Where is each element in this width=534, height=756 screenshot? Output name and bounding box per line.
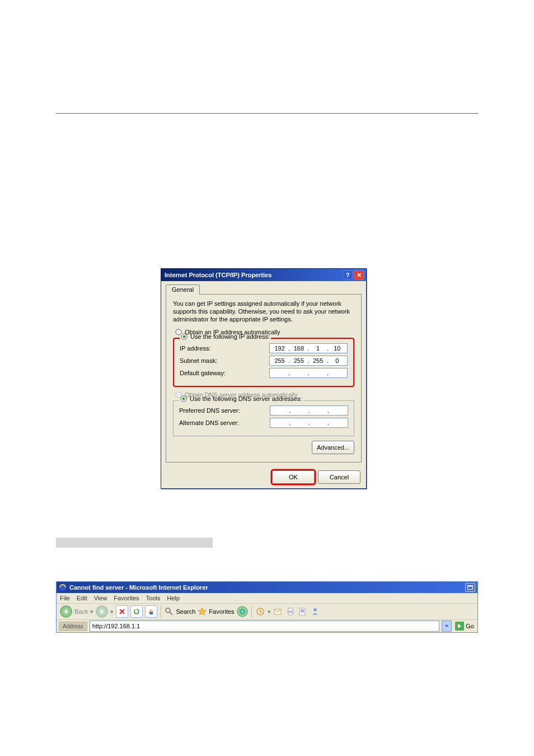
group-use-following-ip: Use the following IP address: IP address… xyxy=(173,338,354,387)
close-icon: ✕ xyxy=(357,272,362,279)
tab-panel-general: You can get IP settings assigned automat… xyxy=(166,294,362,463)
radio-selected-icon xyxy=(180,395,187,402)
home-button[interactable] xyxy=(145,605,157,618)
arrow-left-icon xyxy=(63,609,69,614)
dialog-titlebar: Internet Protocol (TCP/IP) Properties ? … xyxy=(161,269,366,281)
dialog-button-row: OK Cancel xyxy=(161,467,366,488)
edit-icon[interactable] xyxy=(298,606,308,617)
go-button[interactable]: Go xyxy=(454,622,475,631)
ip-octet: 255 xyxy=(273,357,287,364)
dropdown-arrow-icon: ▾ xyxy=(268,608,271,615)
section-divider xyxy=(56,113,478,114)
maximize-button[interactable] xyxy=(465,583,475,592)
dialog-title: Internet Protocol (TCP/IP) Properties xyxy=(165,272,341,278)
print-icon[interactable] xyxy=(285,606,296,617)
ip-octet: 168 xyxy=(292,345,306,352)
svg-rect-8 xyxy=(468,586,473,587)
question-icon: ? xyxy=(346,272,350,278)
ie-toolbar: Back ▾ ▾ Search Favorites xyxy=(57,603,477,619)
menu-file[interactable]: File xyxy=(60,595,70,601)
ip-octet: 1 xyxy=(311,345,325,352)
search-button[interactable]: Search xyxy=(176,608,195,615)
svg-rect-16 xyxy=(288,613,293,615)
address-input[interactable]: http://192.168.1.1 xyxy=(90,620,440,632)
back-button[interactable] xyxy=(60,605,72,618)
address-value: http://192.168.1.1 xyxy=(92,623,140,629)
stop-icon xyxy=(119,608,125,615)
svg-point-2 xyxy=(183,335,186,338)
svg-rect-15 xyxy=(288,608,293,611)
favorites-star-icon xyxy=(198,607,207,616)
menu-view[interactable]: View xyxy=(94,595,107,601)
alternate-dns-input[interactable]: . . . xyxy=(270,418,348,428)
default-gateway-input[interactable]: . . . xyxy=(269,368,348,378)
menu-favorites[interactable]: Favorites xyxy=(114,595,139,601)
preferred-dns-input[interactable]: . . . xyxy=(270,405,348,416)
search-icon xyxy=(165,607,174,616)
ip-octet: 0 xyxy=(330,357,344,364)
alternate-dns-label: Alternate DNS server: xyxy=(179,419,270,426)
stop-button[interactable] xyxy=(116,605,128,618)
media-button[interactable] xyxy=(237,606,248,617)
svg-point-9 xyxy=(166,608,170,613)
ip-address-label: IP address: xyxy=(180,345,269,352)
dropdown-arrow-icon: ▾ xyxy=(110,608,114,615)
ip-octet: 192 xyxy=(273,345,287,352)
ok-button[interactable]: OK xyxy=(272,470,315,484)
ie-window: Cannot find server - Microsoft Internet … xyxy=(56,581,478,633)
tab-strip: General xyxy=(166,284,362,295)
svg-rect-17 xyxy=(299,608,305,615)
subnet-mask-label: Subnet mask: xyxy=(180,357,269,364)
cancel-button[interactable]: Cancel xyxy=(318,470,360,484)
history-icon[interactable] xyxy=(255,606,265,617)
arrow-right-icon xyxy=(99,609,105,614)
placeholder-bar xyxy=(56,538,213,548)
menu-tools[interactable]: Tools xyxy=(146,595,161,601)
tcpip-properties-dialog: Internet Protocol (TCP/IP) Properties ? … xyxy=(161,268,367,489)
description-text: You can get IP settings assigned automat… xyxy=(173,300,354,323)
dropdown-arrow-icon: ▾ xyxy=(90,608,93,615)
default-gateway-label: Default gateway: xyxy=(180,370,269,376)
mail-icon[interactable] xyxy=(273,606,283,617)
ip-octet: 255 xyxy=(292,357,306,364)
menu-help[interactable]: Help xyxy=(167,595,180,601)
refresh-icon xyxy=(133,608,140,615)
svg-point-11 xyxy=(241,611,243,613)
radio-use-following-ip[interactable]: Use the following IP address: xyxy=(180,333,271,340)
radio-label: Use the following IP address: xyxy=(190,333,270,340)
advanced-button[interactable]: Advanced... xyxy=(312,441,354,454)
radio-label: Use the following DNS server addresses: xyxy=(190,395,302,402)
chevron-down-icon xyxy=(444,624,449,628)
tab-general[interactable]: General xyxy=(166,284,200,295)
back-label: Back xyxy=(74,608,88,615)
ie-logo-icon xyxy=(59,584,67,591)
ie-titlebar: Cannot find server - Microsoft Internet … xyxy=(57,582,477,593)
svg-point-5 xyxy=(182,398,185,400)
favorites-button[interactable]: Favorites xyxy=(209,608,234,615)
maximize-icon xyxy=(467,585,473,590)
home-icon xyxy=(148,608,154,615)
ie-title-text: Cannot find server - Microsoft Internet … xyxy=(69,584,208,591)
group-use-following-dns: Use the following DNS server addresses: … xyxy=(173,400,354,436)
go-label: Go xyxy=(466,623,474,629)
ip-address-input[interactable]: 192. 168. 1. 10 xyxy=(269,343,348,353)
preferred-dns-label: Preferred DNS server: xyxy=(179,407,270,414)
ip-octet: 10 xyxy=(330,345,344,352)
media-icon xyxy=(239,608,246,615)
go-arrow-icon xyxy=(457,623,462,629)
ip-octet: 255 xyxy=(311,357,325,364)
radio-use-following-dns[interactable]: Use the following DNS server addresses: xyxy=(179,395,303,402)
forward-button[interactable] xyxy=(96,605,108,618)
address-label: Address xyxy=(59,622,87,631)
ie-addressbar: Address http://192.168.1.1 Go xyxy=(57,619,477,632)
help-button[interactable]: ? xyxy=(343,270,353,279)
svg-point-18 xyxy=(313,608,317,612)
refresh-button[interactable] xyxy=(130,605,143,618)
radio-selected-icon xyxy=(181,333,188,340)
menu-edit[interactable]: Edit xyxy=(77,595,87,601)
subnet-mask-input[interactable]: 255. 255. 255. 0 xyxy=(269,356,348,366)
address-dropdown[interactable] xyxy=(442,620,452,632)
close-button[interactable]: ✕ xyxy=(354,270,364,279)
messenger-icon[interactable] xyxy=(310,606,320,617)
ie-menubar: File Edit View Favorites Tools Help xyxy=(57,593,477,603)
